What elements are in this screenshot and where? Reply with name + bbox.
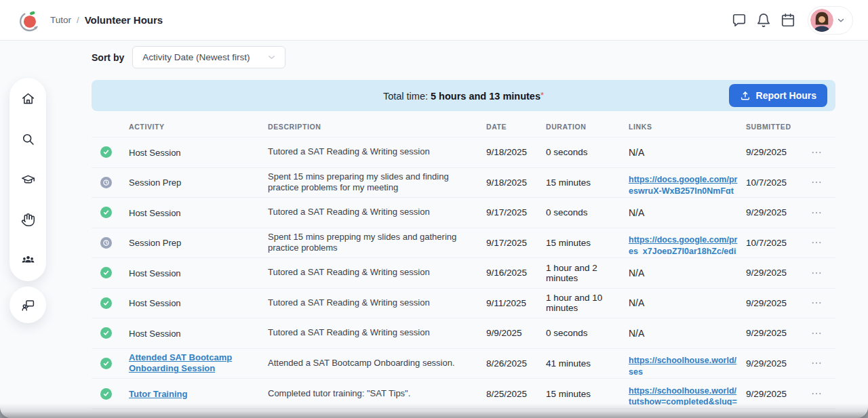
activity-label: Host Session xyxy=(129,208,181,218)
status-cell xyxy=(92,234,129,252)
activity-label: Host Session xyxy=(129,329,181,339)
calendar-icon[interactable] xyxy=(781,13,795,28)
top-bar: Tutor / Volunteer Hours xyxy=(0,0,868,41)
links-cell[interactable]: https://schoolhouse.world/ses xyxy=(629,352,746,375)
total-time-label: Total time: xyxy=(383,91,431,102)
sort-select[interactable]: Activity Date (Newest first) xyxy=(132,46,285,68)
row-menu-button[interactable] xyxy=(810,143,835,162)
clock-icon xyxy=(100,237,112,249)
ellipsis-icon xyxy=(810,176,823,188)
ellipsis-icon xyxy=(810,207,823,219)
total-time-text: Total time: 5 hours and 13 minutes* xyxy=(383,90,544,102)
col-submitted: Submitted xyxy=(746,123,810,131)
links-cell[interactable]: N/A xyxy=(629,204,746,222)
col-description: Description xyxy=(268,123,486,131)
col-links: Links xyxy=(629,123,746,131)
date-cell: 8/25/2025 xyxy=(486,385,546,402)
row-menu-button[interactable] xyxy=(810,384,835,403)
ellipsis-icon xyxy=(810,357,823,369)
description-cell: Completed tutor training: "SAT Bootcamp … xyxy=(268,415,486,418)
report-hours-button[interactable]: Report Hours xyxy=(729,84,827,107)
date-cell: 9/17/2025 xyxy=(486,204,546,221)
links-cell[interactable]: N/A xyxy=(629,144,746,161)
description-cell: Completed tutor training: "SAT Tips". xyxy=(268,385,486,403)
table-row: Host Session Tutored a SAT Reading & Wri… xyxy=(92,289,835,319)
row-menu-button[interactable] xyxy=(810,415,835,418)
links-cell[interactable]: https://docs.google.com/preswruX-WxB257I… xyxy=(629,171,746,194)
status-cell xyxy=(92,294,129,312)
status-cell xyxy=(92,203,129,222)
tutor-dashboard-button[interactable] xyxy=(9,287,46,323)
check-circle-icon xyxy=(100,297,112,309)
links-cell[interactable]: https://docs.google.com/pres_x7JoepZ7I0a… xyxy=(629,231,746,254)
duration-cell: 15 minutes xyxy=(546,174,629,191)
bell-icon[interactable] xyxy=(756,13,771,28)
links-cell[interactable]: N/A xyxy=(629,294,746,312)
check-circle-icon xyxy=(100,327,112,339)
duration-cell: 1 hour and 10 minutes xyxy=(546,289,629,316)
activity-link[interactable]: Attended SAT Bootcamp Onboarding Session xyxy=(129,352,261,375)
description-cell: Tutored a SAT Reading & Writing session xyxy=(268,203,486,222)
sidebar-nav xyxy=(9,78,46,281)
status-cell xyxy=(92,324,129,342)
ellipsis-icon xyxy=(810,236,823,249)
check-circle-icon xyxy=(100,358,112,369)
duration-cell: 0 seconds xyxy=(546,144,629,161)
check-circle-icon xyxy=(100,207,112,218)
col-date: Date xyxy=(486,123,546,131)
row-menu-button[interactable] xyxy=(810,324,835,343)
description-cell: Spent 15 mins prepping my slides and gat… xyxy=(268,228,486,257)
links-cell[interactable]: N/A xyxy=(629,325,746,342)
row-menu-button[interactable] xyxy=(810,264,835,283)
activity-cell: Tutor Training xyxy=(129,384,268,404)
breadcrumb-separator: / xyxy=(77,15,79,25)
sort-row: Sort by Activity Date (Newest first) xyxy=(92,46,835,68)
chat-icon[interactable] xyxy=(732,13,747,28)
activity-cell: Session Prep xyxy=(129,233,268,252)
search-icon[interactable] xyxy=(21,132,35,146)
total-time-banner: Total time: 5 hours and 13 minutes* Repo… xyxy=(92,80,835,111)
total-time-asterisk: * xyxy=(540,90,544,100)
activity-link[interactable]: Tutor Training xyxy=(129,389,187,400)
activity-label: Host Session xyxy=(129,298,181,308)
breadcrumb: Tutor / Volunteer Hours xyxy=(50,14,163,26)
row-menu-button[interactable] xyxy=(810,203,835,222)
activity-label: Session Prep xyxy=(129,238,181,248)
ellipsis-icon xyxy=(810,267,823,279)
description-cell: Spent 15 mins preparing my slides and fi… xyxy=(268,168,486,197)
hand-raised-icon[interactable] xyxy=(21,213,35,227)
row-menu-button[interactable] xyxy=(810,293,835,312)
submitted-cell: 9/29/2025 xyxy=(746,325,810,341)
row-menu-button[interactable] xyxy=(810,354,835,373)
ellipsis-icon xyxy=(810,327,823,339)
community-icon[interactable] xyxy=(21,253,35,268)
home-icon[interactable] xyxy=(21,91,35,106)
description-cell: Tutored a SAT Reading & Writing session xyxy=(268,324,486,342)
links-cell[interactable]: https://schoolhouse.world/tut xyxy=(629,413,746,418)
table-row: Session Prep Spent 15 mins preparing my … xyxy=(92,168,835,198)
graduation-cap-icon[interactable] xyxy=(21,173,35,187)
check-circle-icon xyxy=(100,388,112,400)
duration-cell: 41 minutes xyxy=(546,355,629,372)
row-menu-button[interactable] xyxy=(810,233,835,252)
hours-table: Activity Description Date Duration Links… xyxy=(92,123,835,418)
links-cell[interactable]: https://schoolhouse.world/tutshow=comple… xyxy=(629,382,746,405)
date-cell: 9/16/2025 xyxy=(486,264,546,281)
status-cell xyxy=(92,385,129,403)
duration-cell: 15 minutes xyxy=(546,385,629,402)
table-row: Host Session Tutored a SAT Reading & Wri… xyxy=(92,258,835,289)
activity-label: Session Prep xyxy=(129,177,181,188)
activity-cell: Host Session xyxy=(129,324,268,343)
breadcrumb-section[interactable]: Tutor xyxy=(50,15,71,25)
duration-cell: 0 seconds xyxy=(546,325,629,341)
duration-cell: 15 minutes xyxy=(546,234,629,251)
description-cell: Tutored a SAT Reading & Writing session xyxy=(268,143,486,161)
row-menu-button[interactable] xyxy=(810,173,835,192)
activity-cell: Host Session xyxy=(129,203,268,222)
account-menu-button[interactable] xyxy=(808,6,853,35)
schoolhouse-logo-icon[interactable] xyxy=(16,7,42,33)
table-row: Host Session Tutored a SAT Reading & Wri… xyxy=(92,318,835,349)
sort-selected-value: Activity Date (Newest first) xyxy=(142,52,250,62)
links-cell[interactable]: N/A xyxy=(629,264,746,282)
date-cell: 9/18/2025 xyxy=(486,174,546,191)
